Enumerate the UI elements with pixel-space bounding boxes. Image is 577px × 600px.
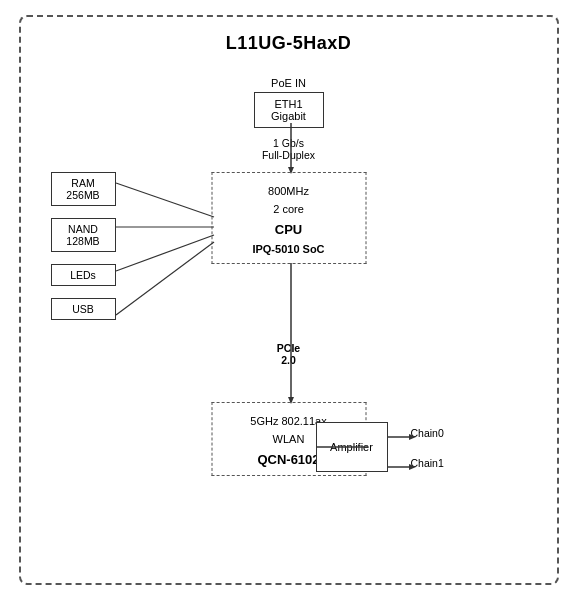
left-components: RAM 256MB NAND 128MB LEDs USB xyxy=(51,172,116,332)
cpu-title: CPU xyxy=(224,222,353,237)
cpu-subtitle: IPQ-5010 SoC xyxy=(224,243,353,255)
page-title: L11UG-5HaxD xyxy=(21,33,557,54)
amplifier-label: Amplifier xyxy=(323,441,381,453)
eth1-line1: ETH1 xyxy=(263,98,315,110)
cpu-cores: 2 core xyxy=(224,201,353,219)
svg-line-5 xyxy=(116,242,214,315)
chain1-label: Chain1 xyxy=(411,457,444,469)
pcie-label: PCIe 2.0 xyxy=(277,342,300,366)
svg-line-4 xyxy=(116,235,214,271)
svg-line-2 xyxy=(116,183,214,217)
chain0-label: Chain0 xyxy=(411,427,444,439)
outer-box: L11UG-5HaxD PoE IN ETH1 Gigabit 1 Gb/s F… xyxy=(19,15,559,585)
amplifier-box: Amplifier xyxy=(316,422,388,472)
eth1-block: PoE IN ETH1 Gigabit xyxy=(254,77,324,128)
eth1-box: ETH1 Gigabit xyxy=(254,92,324,128)
diagram-area: PoE IN ETH1 Gigabit 1 Gb/s Full-Duplex 8… xyxy=(21,67,557,583)
leds-box: LEDs xyxy=(51,264,116,286)
conn-label-1gbps: 1 Gb/s Full-Duplex xyxy=(262,137,315,161)
eth1-line2: Gigabit xyxy=(263,110,315,122)
cpu-freq: 800MHz xyxy=(224,183,353,201)
nand-box: NAND 128MB xyxy=(51,218,116,252)
ram-box: RAM 256MB xyxy=(51,172,116,206)
cpu-block: 800MHz 2 core CPU IPQ-5010 SoC xyxy=(211,172,366,264)
poe-label: PoE IN xyxy=(254,77,324,89)
usb-box: USB xyxy=(51,298,116,320)
